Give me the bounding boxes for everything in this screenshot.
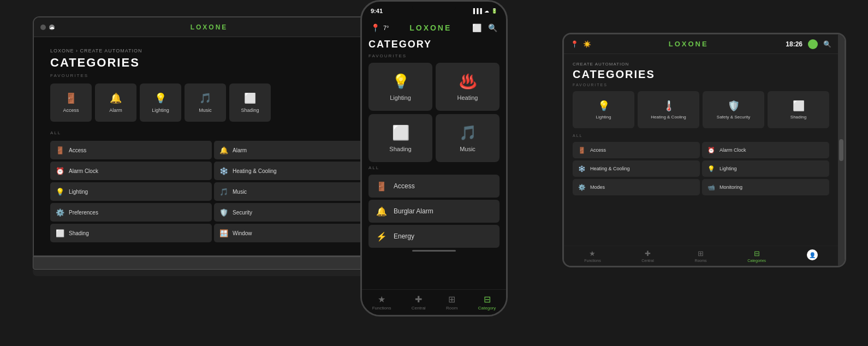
- window-list-icon: 🪟: [219, 229, 228, 237]
- phone-page-title: CATEGORY: [368, 39, 500, 50]
- laptop-app-title: LOXONE: [191, 23, 228, 31]
- search-icon[interactable]: 🔍: [488, 23, 497, 32]
- tablet-heating-icon: 🌡️: [663, 100, 675, 112]
- laptop-fav-alarm[interactable]: 🔔 Alarm: [95, 83, 136, 122]
- list-item[interactable]: ⬜ Shading: [50, 224, 212, 242]
- profile-icon: 👤: [809, 252, 816, 258]
- laptop-fav-access[interactable]: 🚪 Access: [50, 83, 92, 122]
- music-icon: 🎵: [199, 92, 211, 104]
- tablet-monitoring-icon: 📹: [708, 184, 715, 191]
- battery-icon: 🔋: [491, 8, 497, 14]
- laptop-fav-shading-label: Shading: [241, 108, 259, 113]
- laptop-fav-shading[interactable]: ⬜ Shading: [229, 83, 271, 122]
- laptop-screen: ☁ LOXONE LOXONE › CREATE AUTOMATION CATE…: [34, 17, 392, 255]
- phone-nav-functions[interactable]: ★ Functions: [372, 294, 391, 311]
- tablet-topbar-left: 📍 ☀️: [570, 40, 591, 48]
- laptop-breadcrumb: LOXONE › CREATE AUTOMATION: [50, 48, 376, 53]
- tablet-profile-button[interactable]: 👤: [807, 249, 818, 260]
- tablet-modes-icon: ⚙️: [578, 184, 586, 191]
- security-list-icon: 🛡️: [219, 208, 228, 217]
- tablet-categories-icon: ⊟: [754, 249, 760, 258]
- laptop-all-list: 🚪 Access 🔔 Alarm ⏰ Alarm Clock ❄️: [50, 141, 376, 242]
- tablet-fav-shading[interactable]: ⬜ Shading: [768, 91, 829, 128]
- phone-all-list: 🚪 Access 🔔 Burglar Alarm ⚡ Energy: [368, 175, 500, 248]
- tablet-nav-rooms[interactable]: ⊞ Rooms: [694, 249, 706, 263]
- phone-nav-room[interactable]: ⊞ Room: [446, 294, 457, 311]
- laptop-device: ☁ LOXONE LOXONE › CREATE AUTOMATION CATE…: [33, 16, 393, 300]
- phone-topbar: 📍 7° LOXONE ⬜ 🔍: [362, 17, 506, 39]
- laptop-fav-alarm-label: Alarm: [109, 108, 122, 113]
- tablet-fav-safety[interactable]: 🛡️ Safety & Security: [703, 91, 764, 128]
- tablet-topbar-right: 18:26 🔍: [786, 39, 831, 49]
- window-dot-1: [40, 25, 46, 30]
- tablet-breadcrumb: CREATE AUTOMATION: [573, 62, 829, 67]
- list-item[interactable]: 💡 Lighting: [702, 160, 829, 177]
- shading-icon: ⬜: [244, 92, 256, 104]
- phone-fav-label: FAVOURITES: [368, 53, 500, 58]
- phone-fav-lighting[interactable]: 💡 Lighting: [368, 63, 432, 111]
- list-item[interactable]: ⏰ Alarm Clock: [702, 142, 829, 158]
- phone-topbar-right: ⬜ 🔍: [472, 23, 497, 32]
- shading-list-icon: ⬜: [56, 229, 64, 237]
- laptop-fav-music[interactable]: 🎵 Music: [185, 83, 226, 122]
- list-item[interactable]: 🛡️ Security: [214, 203, 376, 222]
- tablet-central-icon: ✚: [645, 249, 651, 258]
- list-item[interactable]: 🎵 Music: [214, 182, 376, 201]
- phone-fav-shading[interactable]: ⬜ Shading: [368, 114, 432, 162]
- list-item[interactable]: 🚪 Access: [573, 142, 700, 158]
- tablet-bottom-nav: ★ Functions ✚ Central ⊞ Rooms ⊟ Categori…: [564, 246, 838, 266]
- list-item[interactable]: ⚙️ Preferences: [50, 203, 212, 222]
- alarmclock-list-icon: ⏰: [56, 167, 64, 175]
- laptop-fav-music-label: Music: [199, 108, 212, 113]
- phone-fav-heating[interactable]: ♨️ Heating: [436, 63, 500, 111]
- tablet-location-icon: 📍: [570, 40, 579, 48]
- phone-fav-music[interactable]: 🎵 Music: [436, 114, 500, 162]
- preferences-list-icon: ⚙️: [56, 208, 64, 217]
- music-list-icon: 🎵: [219, 188, 228, 196]
- phone-bottom-nav: ★ Functions ✚ Central ⊞ Room ⊟ Category: [362, 289, 506, 315]
- tablet-lighting-list-icon: 💡: [708, 165, 715, 172]
- alarm-list-icon: 🔔: [219, 146, 228, 154]
- tablet-fav-heating[interactable]: 🌡️ Heating & Cooling: [638, 91, 699, 128]
- tablet-home-button[interactable]: [838, 34, 845, 266]
- tablet-time: 18:26: [786, 40, 802, 48]
- tablet-fav-lighting[interactable]: 💡 Lighting: [573, 91, 634, 128]
- list-item[interactable]: ❄️ Heating & Cooling: [214, 162, 376, 180]
- list-item[interactable]: 🪟 Window: [214, 224, 376, 242]
- tablet-device: 📍 ☀️ LOXONE 18:26 🔍 CREATE AUTOMATION CA…: [562, 33, 846, 267]
- list-item[interactable]: 🚪 Access: [368, 175, 500, 198]
- list-item[interactable]: 💡 Lighting: [50, 182, 212, 201]
- tablet-topbar: 📍 ☀️ LOXONE 18:26 🔍: [564, 34, 838, 54]
- tablet-nav-central[interactable]: ✚ Central: [641, 249, 654, 263]
- list-item[interactable]: ❄️ Heating & Cooling: [573, 160, 700, 177]
- tablet-safety-icon: 🛡️: [728, 100, 740, 112]
- room-nav-icon: ⊞: [448, 294, 455, 305]
- phone-nav-central[interactable]: ✚ Central: [412, 294, 426, 311]
- tablet-screen: 📍 ☀️ LOXONE 18:26 🔍 CREATE AUTOMATION CA…: [564, 34, 838, 266]
- tablet-status-dot: [808, 39, 818, 49]
- tablet-nav-functions[interactable]: ★ Functions: [584, 249, 601, 263]
- list-item[interactable]: 🚪 Access: [50, 141, 212, 159]
- functions-nav-icon: ★: [378, 294, 385, 305]
- laptop-window-controls: ☁: [40, 25, 55, 30]
- phone-nav-category[interactable]: ⊟ Category: [478, 294, 496, 311]
- tablet-shading-icon: ⬜: [793, 100, 805, 112]
- window-dot-2: ☁: [49, 25, 55, 30]
- tablet-search-icon[interactable]: 🔍: [823, 40, 831, 48]
- tablet-nav-categories[interactable]: ⊟ Categories: [747, 249, 766, 263]
- list-item[interactable]: 🔔 Alarm: [214, 141, 376, 159]
- list-item[interactable]: ⚡ Energy: [368, 225, 500, 248]
- laptop-fav-lighting[interactable]: 💡 Lighting: [140, 83, 181, 122]
- tablet-screen-body: 📍 ☀️ LOXONE 18:26 🔍 CREATE AUTOMATION CA…: [562, 33, 846, 267]
- list-item[interactable]: 📹 Monitoring: [702, 179, 829, 195]
- list-item[interactable]: 🔔 Burglar Alarm: [368, 200, 500, 223]
- phone-topbar-left: 📍 7°: [371, 23, 389, 32]
- laptop-content: LOXONE › CREATE AUTOMATION CATEGORIES FA…: [34, 37, 392, 253]
- phone-heating-icon: ♨️: [459, 73, 477, 90]
- list-item[interactable]: ⚙️ Modes: [573, 179, 700, 195]
- tablet-icon[interactable]: ⬜: [472, 23, 481, 32]
- list-item[interactable]: ⏰ Alarm Clock: [50, 162, 212, 180]
- lighting-list-icon: 💡: [56, 188, 64, 196]
- phone-fav-grid: 💡 Lighting ♨️ Heating ⬜ Shading 🎵 Music: [368, 63, 500, 162]
- laptop-base: [33, 256, 393, 270]
